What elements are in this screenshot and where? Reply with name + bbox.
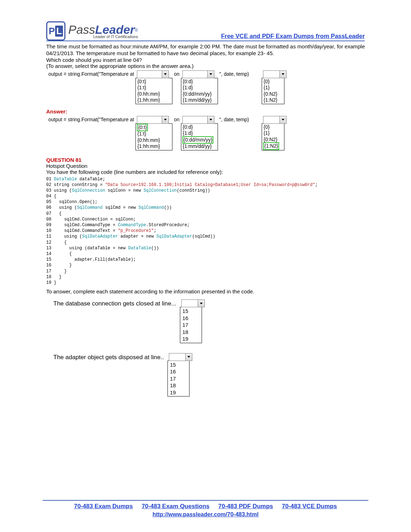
q81-dropdown-1[interactable] bbox=[181, 299, 205, 307]
q81-stmt1: The database connection gets closed at l… bbox=[53, 299, 180, 307]
q80-opt[interactable]: {1:hh:mm} bbox=[137, 97, 171, 103]
q81-opt[interactable]: 17 bbox=[182, 321, 199, 329]
q80-tail: ", date, temp) bbox=[218, 116, 251, 122]
q81-code: 01 DataTable dataTable; 02 string connSt… bbox=[46, 176, 365, 286]
q81-subtitle: Hotspot Question bbox=[46, 163, 365, 169]
q81-stmt2: The adapter object gets disposed at line… bbox=[53, 353, 167, 361]
intro-p1: The time must be formatted as hour:minut… bbox=[46, 43, 365, 57]
chevron-down-icon bbox=[198, 300, 204, 307]
q80-lead: output = string.Format("Temperature at bbox=[46, 70, 135, 77]
chevron-down-icon bbox=[279, 71, 286, 78]
q80-on: on bbox=[172, 116, 181, 122]
q80-ans-options-3: {0} {1} {0:N2} {1:N2} bbox=[262, 123, 284, 150]
footer-link[interactable]: 70-483 VCE Dumps bbox=[282, 503, 337, 510]
logo-badge: PL bbox=[46, 21, 65, 41]
q81-stmt1-row: The database connection gets closed at l… bbox=[53, 299, 365, 343]
q80-lead: output = string.Format("Temperature at bbox=[46, 116, 135, 122]
q80-opt[interactable]: {0} bbox=[263, 79, 283, 85]
q80-opt[interactable]: {1:t} bbox=[137, 85, 171, 91]
q80-opt[interactable]: {1:d} bbox=[183, 85, 216, 91]
q80-options-1: {0:t} {1:t} {0:hh:mm} {1:hh:mm} bbox=[135, 78, 172, 104]
footer-divider bbox=[43, 500, 368, 501]
q80-opt: {1:hh:mm} bbox=[137, 143, 171, 150]
q80-opt: {1:d} bbox=[183, 130, 216, 137]
q80-tail: ", date, temp) bbox=[218, 70, 251, 77]
q80-options-2: {0:d} {1:d} {0:dd/mm/yy} {1:mm/dd/yy} bbox=[181, 78, 218, 104]
q80-ans-dropdown-2[interactable] bbox=[182, 116, 214, 124]
q81-opt[interactable]: 16 bbox=[170, 368, 187, 375]
q80-ans-dropdown-3[interactable] bbox=[263, 116, 287, 124]
chevron-down-icon bbox=[207, 116, 214, 123]
q80-opt: {0} bbox=[263, 124, 283, 131]
q81-opt[interactable]: 15 bbox=[182, 308, 199, 315]
q80-opt[interactable]: {1:mm/dd/yy} bbox=[183, 97, 216, 103]
q80-opt[interactable]: {0:d} bbox=[183, 79, 216, 85]
q80-question-row: output = string.Format("Temperature at {… bbox=[46, 70, 365, 104]
logo-pass: Pass bbox=[68, 23, 95, 36]
q80-opt: {1:t} bbox=[137, 131, 171, 137]
q80-opt: {1:N2} bbox=[263, 143, 283, 150]
footer-link[interactable]: 70-483 PDF Dumps bbox=[218, 503, 273, 510]
q81-options-2: 15 16 17 18 19 bbox=[167, 361, 190, 397]
q80-dropdown-3[interactable] bbox=[263, 70, 287, 78]
q80-opt: {0:N2} bbox=[263, 137, 283, 143]
q80-opt: {0:hh:mm} bbox=[137, 137, 171, 144]
q80-opt: {0:dd/mm/yy} bbox=[183, 137, 216, 144]
intro-p3: (To answer, select the appropriate optio… bbox=[46, 63, 365, 69]
logo: PL PassLeader® Leader of IT Certificatio… bbox=[46, 21, 138, 41]
q81-options-1: 15 16 17 18 19 bbox=[180, 307, 202, 343]
q80-opt[interactable]: {0:hh:mm} bbox=[137, 91, 171, 97]
q80-opt[interactable]: {1} bbox=[263, 85, 283, 91]
footer-links: 70-483 Exam Dumps 70-483 Exam Questions … bbox=[0, 503, 411, 510]
q80-opt[interactable]: {0:t} bbox=[137, 79, 171, 85]
footer-link[interactable]: 70-483 Exam Questions bbox=[142, 503, 209, 510]
q81-opt[interactable]: 19 bbox=[170, 389, 187, 396]
q80-opt: {0:d} bbox=[183, 124, 216, 131]
q81-opt[interactable]: 17 bbox=[170, 375, 187, 382]
q80-on: on bbox=[172, 70, 181, 77]
chevron-down-icon bbox=[162, 71, 169, 78]
intro-p2: Which code should you insert at line 04? bbox=[46, 57, 365, 63]
logo-text: PassLeader® Leader of IT Certifications bbox=[68, 23, 138, 39]
q80-opt[interactable]: {1:N2} bbox=[263, 97, 283, 103]
chevron-down-icon bbox=[185, 353, 192, 361]
q80-opt: {0:t} bbox=[137, 124, 171, 131]
q80-ans-options-1: {0:t} {1:t} {0:hh:mm} {1:hh:mm} bbox=[135, 123, 172, 150]
footer: 70-483 Exam Dumps 70-483 Exam Questions … bbox=[0, 499, 411, 518]
q81-label: QUESTION 81 bbox=[46, 157, 365, 163]
answer-label: Answer: bbox=[46, 108, 365, 115]
q81-prompt: You have the following code (line number… bbox=[46, 169, 365, 175]
footer-link[interactable]: 70-483 Exam Dumps bbox=[74, 503, 133, 510]
q81-stmt2-row: The adapter object gets disposed at line… bbox=[53, 353, 365, 397]
q80-opt: {1} bbox=[263, 130, 283, 137]
q80-dropdown-2[interactable] bbox=[182, 70, 214, 78]
q80-opt[interactable]: {0:N2} bbox=[263, 91, 283, 97]
footer-url[interactable]: http://www.passleader.com/70-483.html bbox=[0, 511, 411, 518]
q81-opt[interactable]: 16 bbox=[182, 315, 199, 322]
logo-leader: Leader bbox=[95, 23, 135, 36]
chevron-down-icon bbox=[162, 116, 169, 123]
q81-opt[interactable]: 18 bbox=[182, 329, 199, 336]
q80-opt: {1:mm/dd/yy} bbox=[183, 143, 216, 150]
chevron-down-icon bbox=[207, 71, 214, 78]
q81-opt[interactable]: 15 bbox=[170, 361, 187, 368]
q80-options-3: {0} {1} {0:N2} {1:N2} bbox=[262, 78, 284, 104]
q80-ans-dropdown-1[interactable] bbox=[137, 116, 169, 124]
q81-dropdown-2[interactable] bbox=[169, 353, 192, 361]
q80-opt[interactable]: {0:dd/mm/yy} bbox=[183, 91, 216, 97]
q81-opt[interactable]: 18 bbox=[170, 382, 187, 389]
q80-ans-options-2: {0:d} {1:d} {0:dd/mm/yy} {1:mm/dd/yy} bbox=[181, 123, 218, 150]
chevron-down-icon bbox=[279, 116, 286, 123]
logo-reg: ® bbox=[135, 28, 138, 33]
q81-after: To answer, complete each statement accor… bbox=[46, 288, 365, 294]
q81-opt[interactable]: 19 bbox=[182, 335, 199, 342]
q80-answer-row: output = string.Format("Temperature at {… bbox=[46, 116, 365, 150]
header-link[interactable]: Free VCE and PDF Exam Dumps from PassLea… bbox=[138, 33, 365, 41]
q80-dropdown-1[interactable] bbox=[137, 70, 169, 78]
